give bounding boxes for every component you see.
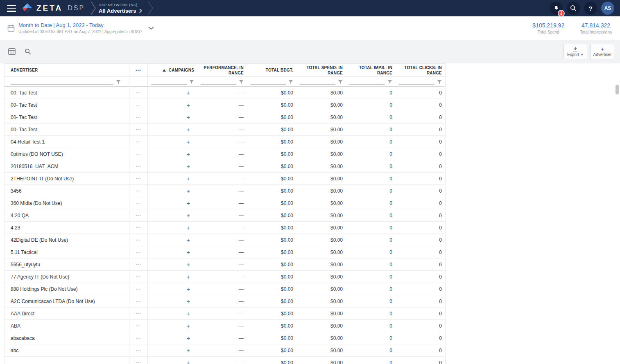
- table-search-button[interactable]: [23, 47, 33, 56]
- network-breadcrumb[interactable]: DSP NETWORK (NA) All Advertisers: [99, 3, 142, 14]
- export-button[interactable]: Export: [563, 44, 587, 59]
- row-menu-button[interactable]: ⋯: [129, 246, 148, 258]
- expand-campaigns-button[interactable]: +: [148, 344, 197, 356]
- row-menu-button[interactable]: ⋯: [129, 320, 148, 332]
- expand-campaigns-button[interactable]: +: [148, 283, 197, 295]
- expand-campaigns-button[interactable]: +: [148, 258, 197, 270]
- expand-campaigns-button[interactable]: +: [148, 111, 197, 123]
- filter-icon[interactable]: [116, 80, 121, 84]
- advertiser-name[interactable]: abacabaca: [5, 332, 129, 344]
- row-menu-button[interactable]: ⋯: [129, 148, 148, 160]
- filter-icon[interactable]: [239, 80, 244, 84]
- expand-campaigns-button[interactable]: +: [148, 148, 197, 160]
- advertiser-name[interactable]: 04-Retail Test 1: [5, 136, 129, 148]
- advertiser-name[interactable]: A2C Comunicacao LTDA (Do Not Use): [5, 295, 129, 307]
- row-menu-button[interactable]: ⋯: [129, 173, 148, 184]
- advertiser-name[interactable]: 888 Holdings Plc (Do Not Use): [5, 283, 129, 295]
- notifications-button[interactable]: 3: [550, 2, 563, 15]
- filter-icon[interactable]: [338, 80, 343, 84]
- expand-campaigns-button[interactable]: +: [148, 185, 197, 197]
- row-menu-button[interactable]: ⋯: [129, 357, 148, 364]
- column-header-campaigns[interactable]: CAMPAIGNS: [148, 64, 197, 76]
- global-search-button[interactable]: [567, 2, 580, 15]
- expand-campaigns-button[interactable]: +: [148, 295, 197, 307]
- expand-campaigns-button[interactable]: +: [148, 197, 197, 209]
- row-menu-button[interactable]: ⋯: [129, 271, 148, 283]
- expand-campaigns-button[interactable]: +: [148, 357, 197, 364]
- expand-campaigns-button[interactable]: +: [148, 332, 197, 344]
- columns-toggle-button[interactable]: [7, 47, 17, 56]
- advertiser-name[interactable]: 42Digital DE (Do Not Use): [5, 234, 129, 246]
- clicks-filter-input[interactable]: [399, 79, 434, 85]
- expand-campaigns-button[interactable]: +: [148, 160, 197, 172]
- advertiser-name[interactable]: 00- Tac Test: [5, 111, 129, 123]
- date-range-expander[interactable]: [147, 25, 156, 31]
- row-menu-button[interactable]: ⋯: [129, 344, 148, 356]
- zeta-dsp-logo[interactable]: ZETA DSP: [22, 3, 85, 13]
- row-menu-button[interactable]: ⋯: [129, 332, 148, 344]
- advertiser-name[interactable]: 3456: [5, 185, 129, 197]
- row-menu-button[interactable]: ⋯: [129, 124, 148, 135]
- help-button[interactable]: ?: [584, 2, 597, 15]
- advertiser-name[interactable]: 00- Tac Test: [5, 87, 129, 99]
- expand-campaigns-button[interactable]: +: [148, 222, 197, 234]
- filter-icon[interactable]: [189, 80, 194, 84]
- column-menu-button[interactable]: ⋯: [129, 64, 148, 76]
- performance-filter-input[interactable]: [201, 79, 236, 85]
- spend-filter-input[interactable]: [300, 79, 335, 85]
- column-header-advertiser[interactable]: ADVERTISER: [5, 64, 129, 76]
- row-menu-button[interactable]: ⋯: [129, 136, 148, 148]
- advertiser-name[interactable]: 00- Tac Test: [5, 99, 129, 111]
- row-menu-button[interactable]: ⋯: [129, 283, 148, 295]
- advertiser-name[interactable]: abc: [5, 344, 129, 356]
- expand-campaigns-button[interactable]: +: [148, 124, 197, 135]
- column-header-performance[interactable]: PERFORMANCE: IN RANGE: [197, 64, 247, 76]
- filter-icon[interactable]: [288, 80, 293, 84]
- row-menu-button[interactable]: ⋯: [129, 234, 148, 246]
- advertiser-name[interactable]: 360 Midia (Do Not Use): [5, 197, 129, 209]
- campaigns-filter-input[interactable]: [151, 79, 187, 85]
- impressions-filter-input[interactable]: [349, 79, 385, 85]
- advertiser-name[interactable]: 5656_utyuytu: [5, 258, 129, 270]
- budget-filter-input[interactable]: [250, 79, 286, 85]
- advertiser-name[interactable]: 5.11 Tactical: [5, 246, 129, 258]
- row-menu-button[interactable]: ⋯: [129, 160, 148, 172]
- row-menu-button[interactable]: ⋯: [129, 295, 148, 307]
- date-range-title[interactable]: Month to Date | Aug 1, 2022 - Today: [18, 22, 142, 28]
- expand-campaigns-button[interactable]: +: [148, 209, 197, 221]
- row-menu-button[interactable]: ⋯: [129, 258, 148, 270]
- expand-campaigns-button[interactable]: +: [148, 234, 197, 246]
- advertiser-name[interactable]: 2THEPOINT IT (Do Not Use): [5, 173, 129, 184]
- row-menu-button[interactable]: ⋯: [129, 209, 148, 221]
- row-menu-button[interactable]: ⋯: [129, 99, 148, 111]
- user-avatar[interactable]: AS: [601, 2, 614, 15]
- column-header-clicks[interactable]: TOTAL CLICKS: IN RANGE: [396, 64, 445, 76]
- row-menu-button[interactable]: ⋯: [129, 222, 148, 234]
- column-header-budget[interactable]: TOTAL BDGT.: [247, 64, 296, 76]
- hamburger-menu-button[interactable]: [6, 4, 17, 13]
- advertiser-name[interactable]: AAA Direct: [5, 308, 129, 319]
- row-menu-button[interactable]: ⋯: [129, 111, 148, 123]
- expand-campaigns-button[interactable]: +: [148, 271, 197, 283]
- advertiser-name[interactable]: ABA: [5, 320, 129, 332]
- advertiser-name[interactable]: [5, 357, 129, 364]
- advertiser-name[interactable]: 4.23: [5, 222, 129, 234]
- row-menu-button[interactable]: ⋯: [129, 308, 148, 319]
- advertiser-name[interactable]: 00- Tac Test: [5, 124, 129, 135]
- advertiser-name[interactable]: 4.20 QA: [5, 209, 129, 221]
- advertiser-name[interactable]: 20180516_UAT_ACM: [5, 160, 129, 172]
- advertiser-name[interactable]: 77 Agency IT (Do Not Use): [5, 271, 129, 283]
- row-menu-button[interactable]: ⋯: [129, 185, 148, 197]
- expand-campaigns-button[interactable]: +: [148, 246, 197, 258]
- expand-campaigns-button[interactable]: +: [148, 87, 197, 99]
- column-header-spend[interactable]: TOTAL SPEND: IN RANGE: [296, 64, 346, 76]
- filter-icon[interactable]: [437, 80, 442, 84]
- filter-icon[interactable]: [387, 80, 392, 84]
- expand-campaigns-button[interactable]: +: [148, 173, 197, 184]
- add-advertiser-button[interactable]: + Advertiser: [591, 44, 614, 59]
- column-header-impressions[interactable]: TOTAL IMPS.: IN RANGE: [346, 64, 396, 76]
- advertiser-name[interactable]: 0ptimus (DO NOT USE): [5, 148, 129, 160]
- expand-campaigns-button[interactable]: +: [148, 320, 197, 332]
- expand-campaigns-button[interactable]: +: [148, 99, 197, 111]
- advertiser-filter-input[interactable]: [11, 79, 113, 85]
